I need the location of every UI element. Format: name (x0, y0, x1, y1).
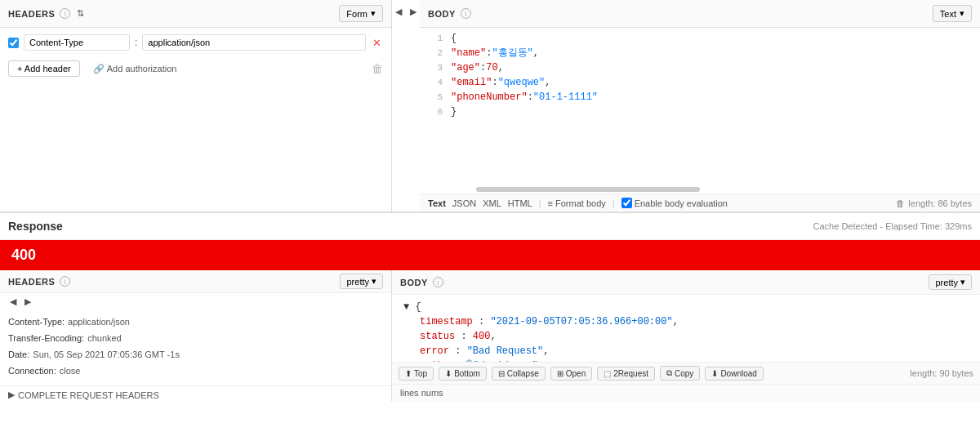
headers-panel: HEADERS i ⇅ Form ▾ : ✕ + Add header � (0, 0, 392, 212)
resp-body-toolbar: ⬆ Top ⬇ Bottom ⊟ Collapse ⊞ Open ⬚ 2Re (392, 362, 980, 384)
resp-body-content[interactable]: ▼ { timestamp : "2021-09-05T07:05:36.966… (392, 295, 980, 362)
colon-sep: : (135, 37, 137, 48)
headers-panel-header: HEADERS i ⇅ Form ▾ (0, 0, 391, 28)
request-icon: ⬚ (604, 369, 611, 378)
code-line-4: 4 "email":"qweqwe", (420, 75, 980, 90)
chevron-down-icon: ▾ (372, 276, 376, 287)
open-icon: ⊞ (557, 369, 564, 378)
response-title: Response (8, 220, 63, 233)
status-bar: 400 (0, 240, 980, 270)
code-line-1: 1 { (420, 31, 980, 46)
body-title: BODY (428, 9, 456, 19)
enable-eval-checkbox[interactable] (621, 198, 632, 208)
header-key-input[interactable] (24, 34, 130, 51)
bottom-icon: ⬇ (445, 369, 452, 378)
add-header-button[interactable]: + Add header (8, 60, 80, 77)
copy-icon: ⧉ (666, 368, 672, 378)
body-info-icon[interactable]: i (461, 8, 471, 19)
headers-info-icon[interactable]: i (60, 8, 70, 19)
resp-header-item-content-type: Content-Type: application/json (8, 314, 383, 330)
resp-body-pretty-btn[interactable]: pretty ▾ (929, 274, 972, 290)
download-btn[interactable]: ⬇ Download (705, 367, 763, 381)
enable-eval-label[interactable]: Enable body evaluation (621, 198, 728, 208)
download-icon: ⬇ (711, 369, 718, 378)
format-icon: ≡ (548, 198, 553, 208)
body-panel: BODY i Text ▾ 1 { 2 "name" : "홍길동", 3 "a… (420, 0, 980, 212)
headers-collapse-btn[interactable]: ◀ (392, 7, 405, 17)
resp-body-panel-header: BODY i pretty ▾ (392, 270, 980, 295)
cache-info: Cache Detected - Elapsed Time: 329ms (813, 221, 972, 231)
complete-request-headers-toggle[interactable]: ▶ COMPLETE REQUEST HEADERS (0, 385, 391, 401)
response-body: HEADERS i pretty ▾ ◀ ▶ Content-Type: app… (0, 270, 980, 401)
resp-headers-info-icon[interactable]: i (60, 276, 70, 287)
resp-headers-collapse-btn[interactable]: ◀ (7, 296, 20, 307)
copy-btn[interactable]: ⧉ Copy (660, 366, 700, 381)
code-line-6: 6 } (420, 105, 980, 119)
lines-nums[interactable]: lines nums (400, 388, 443, 398)
response-section: Response Cache Detected - Elapsed Time: … (0, 212, 980, 401)
code-editor[interactable]: 1 { 2 "name" : "홍길동", 3 "age":70, 4 "ema… (420, 28, 980, 194)
code-line-3: 3 "age":70, (420, 60, 980, 75)
resp-body-info-icon[interactable]: i (433, 277, 443, 287)
resp-headers-title: HEADERS (8, 277, 55, 287)
to-request-btn[interactable]: ⬚ 2Request (597, 367, 655, 381)
header-checkbox[interactable] (8, 38, 19, 48)
header-remove-btn[interactable]: ✕ (371, 37, 383, 49)
body-text-btn[interactable]: Text ▾ (933, 5, 972, 22)
response-header-bar: Response Cache Detected - Elapsed Time: … (0, 213, 980, 240)
format-body-btn[interactable]: ≡ Format body (548, 198, 606, 208)
status-code: 400 (11, 247, 36, 263)
resp-headers-panel: HEADERS i pretty ▾ ◀ ▶ Content-Type: app… (0, 270, 392, 401)
delete-icon[interactable]: 🗑 (372, 62, 383, 75)
open-btn[interactable]: ⊞ Open (550, 367, 592, 381)
resp-body-length: length: 90 bytes (910, 368, 973, 378)
trash-icon[interactable]: 🗑 (896, 198, 905, 208)
header-value-input[interactable] (142, 34, 366, 51)
body-panel-header: BODY i Text ▾ (420, 0, 980, 28)
body-html-tab[interactable]: HTML (508, 198, 532, 208)
body-xml-tab[interactable]: XML (483, 198, 501, 208)
collapse-btn[interactable]: ⊟ Collapse (492, 367, 546, 381)
headers-title: HEADERS (8, 9, 55, 19)
scrollbar-handle[interactable] (476, 187, 700, 192)
header-row-1: : ✕ (8, 34, 383, 51)
body-text-tab[interactable]: Text (428, 198, 446, 208)
headers-sort-icon[interactable]: ⇅ (77, 8, 84, 19)
body-json-tab[interactable]: JSON (452, 198, 476, 208)
resp-header-item-date: Date: Sun, 05 Sep 2021 07:05:36 GMT -1s (8, 346, 383, 363)
resp-header-list: Content-Type: application/json Transfer-… (0, 307, 391, 385)
resp-header-item-transfer: Transfer-Encoding: chunked (8, 330, 383, 346)
add-authorization-button[interactable]: 🔗 Add authorization (93, 64, 177, 74)
chevron-right-icon: ▶ (8, 390, 15, 400)
resp-header-item-connection: Connection: close (8, 363, 383, 379)
resp-body-expand-btn[interactable]: ▶ (21, 296, 34, 307)
code-line-2: 2 "name" : "홍길동", (420, 46, 980, 60)
resp-body-panel: BODY i pretty ▾ ▼ { timestamp : "2021-09… (392, 270, 980, 401)
code-line-5: 5 "phoneNumber":"01-1-1111" (420, 90, 980, 105)
body-toolbar: Text JSON XML HTML | ≡ Format body | Ena… (420, 194, 980, 212)
chevron-down-icon: ▾ (960, 8, 964, 19)
top-icon: ⬆ (405, 369, 412, 378)
bottom-btn[interactable]: ⬇ Bottom (439, 367, 487, 381)
headers-content: : ✕ + Add header 🔗 Add authorization 🗑 (0, 28, 391, 212)
chevron-down-icon: ▾ (371, 8, 376, 19)
resp-headers-panel-header: HEADERS i pretty ▾ (0, 270, 391, 293)
body-expand-btn[interactable]: ▶ (407, 7, 420, 17)
chevron-down-icon: ▾ (960, 277, 965, 287)
headers-form-btn[interactable]: Form ▾ (339, 5, 383, 22)
collapse-icon: ⊟ (498, 369, 505, 378)
body-length-info: 🗑 length: 86 bytes (896, 198, 972, 208)
top-btn[interactable]: ⬆ Top (399, 367, 434, 381)
resp-headers-pretty-btn[interactable]: pretty ▾ (340, 274, 383, 289)
header-actions: + Add header 🔗 Add authorization 🗑 (8, 57, 383, 80)
lock-icon: 🔗 (93, 64, 105, 74)
resp-body-title: BODY (400, 278, 428, 287)
